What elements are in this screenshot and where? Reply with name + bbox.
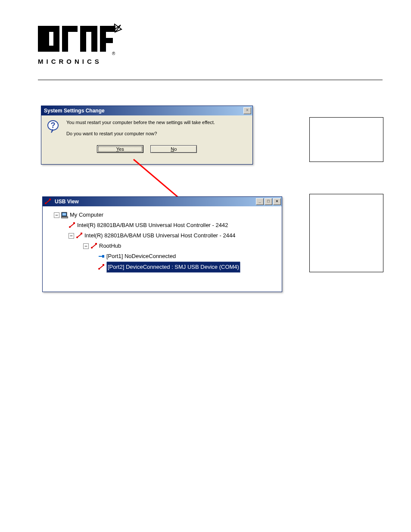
dialog-message-line2: Do you want to restart your computer now… — [66, 131, 215, 136]
caption-box-2 — [309, 194, 383, 272]
svg-rect-24 — [73, 222, 75, 224]
dialog-titlebar: System Settings Change × — [41, 106, 252, 115]
dialog-title: System Settings Change — [44, 106, 105, 115]
collapse-icon[interactable]: − — [68, 233, 74, 239]
tree-hc2-label: Intel(R) 82801BA/BAM USB Universal Host … — [84, 230, 235, 241]
svg-rect-21 — [62, 213, 66, 215]
star-micronics-logo: MICRONICS ® — [38, 22, 124, 71]
collapse-icon[interactable]: − — [54, 212, 59, 218]
usb-icon — [76, 232, 83, 239]
svg-rect-5 — [62, 26, 78, 32]
svg-rect-26 — [81, 233, 82, 234]
svg-text:?: ? — [51, 121, 56, 130]
tree-port2-row[interactable]: [Port2] DeviceConnected : SMJ USB Device… — [46, 261, 279, 273]
tree-roothub-label: RootHub — [99, 241, 121, 251]
collapse-icon[interactable]: − — [83, 243, 89, 249]
dialog-body: ? You must restart your computer before … — [41, 115, 252, 145]
question-icon: ? — [47, 120, 60, 134]
system-settings-change-dialog: System Settings Change × ? You must rest… — [41, 106, 253, 165]
close-icon[interactable]: × — [243, 107, 251, 114]
usb-icon — [98, 264, 105, 271]
document-page: MICRONICS ® System Settings Change × ? Y… — [0, 0, 411, 532]
svg-rect-28 — [95, 243, 97, 245]
tree-port1-label: [Port1] NoDeviceConnected — [106, 251, 176, 261]
tree-port1-row[interactable]: [Port1] NoDeviceConnected — [46, 251, 279, 261]
caption-box-1 — [309, 117, 383, 162]
computer-icon — [61, 212, 68, 218]
tree-roothub-row[interactable]: − RootHub — [46, 241, 279, 251]
device-tree: − My Computer Intel(R) 82801BA/BAM USB U… — [43, 206, 282, 276]
tree-hc1-row[interactable]: Intel(R) 82801BA/BAM USB Universal Host … — [46, 220, 279, 230]
tree-hc1-label: Intel(R) 82801BA/BAM USB Universal Host … — [77, 220, 228, 230]
logo-svg: MICRONICS ® — [38, 22, 124, 69]
connector-icon — [98, 253, 105, 260]
usb-icon — [90, 243, 97, 249]
no-button[interactable]: No — [150, 145, 197, 153]
usbview-title: USB View — [55, 197, 79, 206]
close-icon[interactable]: × — [273, 198, 281, 205]
tree-hc2-row[interactable]: − Intel(R) 82801BA/BAM USB Universal Hos… — [46, 230, 279, 241]
minimize-icon[interactable]: _ — [256, 198, 264, 205]
window-controls: _ □ × — [256, 198, 281, 205]
svg-rect-29 — [102, 255, 104, 258]
svg-rect-10 — [100, 26, 115, 32]
dialog-text: You must restart your computer before th… — [66, 120, 215, 142]
usb-icon — [68, 222, 75, 229]
svg-rect-8 — [91, 26, 97, 52]
svg-text:®: ® — [112, 51, 115, 56]
yes-button[interactable]: Yes — [97, 145, 143, 153]
usbview-titlebar: USB View _ □ × — [43, 197, 282, 206]
svg-rect-11 — [100, 38, 113, 43]
svg-rect-3 — [53, 26, 59, 52]
dialog-buttons: Yes No — [41, 145, 252, 156]
svg-rect-31 — [103, 264, 104, 266]
svg-rect-19 — [49, 199, 51, 200]
horizontal-rule — [38, 80, 383, 80]
usb-icon — [44, 198, 51, 205]
dialog-message-line1: You must restart your computer before th… — [66, 120, 215, 125]
svg-text:MICRONICS: MICRONICS — [38, 58, 102, 65]
tree-root-row[interactable]: − My Computer — [46, 210, 279, 220]
maximize-icon[interactable]: □ — [265, 198, 272, 205]
usb-view-window: USB View _ □ × − My Computer Intel(R) 82… — [42, 196, 282, 292]
svg-rect-22 — [61, 217, 68, 218]
tree-port2-label: [Port2] DeviceConnected : SMJ USB Device… — [106, 261, 240, 273]
tree-root-label: My Computer — [70, 210, 103, 220]
